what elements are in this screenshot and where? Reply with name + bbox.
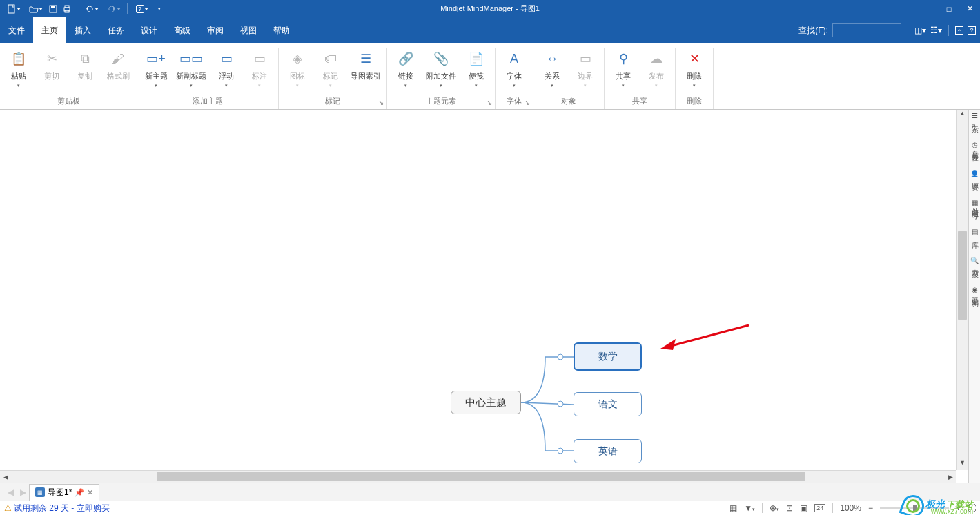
close-button[interactable]: ✕: [959, 0, 980, 17]
zoom-in-map-icon[interactable]: ⊡: [786, 503, 793, 513]
center-topic[interactable]: 中心主题: [451, 391, 521, 414]
dialog-launcher-icon[interactable]: ↘: [378, 99, 384, 106]
menu-advanced[interactable]: 高级: [166, 17, 199, 43]
collapse-ribbon-icon[interactable]: ^: [955, 26, 963, 35]
group-label: 标记: [325, 94, 340, 109]
maximize-button[interactable]: □: [939, 0, 959, 17]
redo-icon[interactable]: ▾: [103, 3, 124, 15]
trial-link[interactable]: 试用剩余 29 天 - 立即购买: [14, 503, 110, 514]
zoom-in-icon[interactable]: +: [956, 503, 961, 513]
menu-view[interactable]: 视图: [232, 17, 265, 43]
fit-map-icon[interactable]: 24: [814, 504, 825, 512]
group-label: 字体: [507, 94, 522, 109]
format-painter-icon: 🖌: [108, 49, 128, 68]
chevron-down-icon: ▾: [622, 83, 625, 88]
menu-design[interactable]: 设计: [133, 17, 166, 43]
chevron-down-icon: ▾: [655, 83, 658, 88]
zoom-percent[interactable]: 100%: [840, 503, 861, 513]
subtopic-math[interactable]: 数学: [574, 342, 642, 371]
subtopic-english[interactable]: 英语: [574, 439, 642, 463]
svg-point-8: [558, 448, 563, 454]
scroll-thumb[interactable]: [958, 231, 967, 320]
help-dropdown-icon[interactable]: ?▾: [131, 3, 152, 15]
subtopic-chinese[interactable]: 语文: [574, 392, 642, 416]
mindmap-canvas[interactable]: 中心主题 数学 语文 英语: [0, 110, 956, 470]
customize-qat-icon[interactable]: ▾: [153, 3, 166, 15]
paste-button[interactable]: 📋粘贴▾: [6, 48, 32, 88]
print-icon[interactable]: [61, 3, 73, 15]
save-icon[interactable]: [47, 3, 59, 15]
scroll-thumb[interactable]: [157, 472, 805, 481]
link-button[interactable]: 🔗链接▾: [393, 48, 419, 88]
view-mode-icon[interactable]: ▦: [729, 503, 737, 513]
notes-button[interactable]: 📄便笺▾: [463, 48, 489, 88]
floating-button[interactable]: ▭浮动▾: [213, 48, 239, 88]
separator: [948, 25, 949, 36]
menu-task[interactable]: 任务: [99, 17, 133, 43]
focus-icon[interactable]: ⊕▾: [770, 503, 779, 513]
sidepanel-task-info[interactable]: ◷任务信息: [969, 141, 980, 170]
dialog-launcher-icon[interactable]: ↘: [487, 99, 492, 106]
boundary-button: ▭边界▾: [572, 48, 598, 88]
center-map-icon[interactable]: ▣: [800, 503, 807, 513]
find-input[interactable]: [832, 23, 901, 37]
zoom-slider-thumb[interactable]: [913, 505, 917, 512]
font-button[interactable]: A字体▾: [501, 48, 527, 88]
horizontal-scrollbar[interactable]: ◀ ▶: [0, 470, 956, 483]
scroll-left-icon[interactable]: ◀: [0, 471, 11, 483]
fullscreen-icon[interactable]: ⛶: [968, 503, 976, 513]
new-topic-button[interactable]: ▭+新主题▾: [143, 48, 169, 88]
menu-insert[interactable]: 插入: [66, 17, 99, 43]
undo-icon[interactable]: ▾: [81, 3, 101, 15]
delete-button[interactable]: ✕删除▾: [681, 48, 707, 88]
ribbon-group-添加主题: ▭+新主题▾▭▭新副标题▾▭浮动▾▭标注▾添加主题: [137, 48, 279, 109]
publish-icon: ☁: [647, 49, 666, 68]
sidepanel-map-parts[interactable]: ▦导图组件: [969, 199, 980, 228]
help-icon[interactable]: ?: [968, 26, 976, 35]
filter-icon[interactable]: ▼▾: [744, 503, 755, 513]
attach-button[interactable]: 📎附加文件▾: [426, 48, 456, 88]
sidepanel-index[interactable]: ☰索引: [969, 112, 980, 141]
zoom-out-icon[interactable]: −: [868, 503, 873, 513]
chevron-down-icon: ▾: [190, 83, 193, 88]
scroll-up-icon[interactable]: ▲: [957, 110, 968, 121]
map-index-button[interactable]: ☰导图索引: [351, 48, 381, 81]
open-file-icon[interactable]: ▾: [25, 3, 46, 15]
document-tab-label: 导图1*: [48, 487, 72, 498]
vertical-scrollbar[interactable]: ▲ ▼: [956, 110, 968, 470]
sidepanel-search[interactable]: 🔍搜索: [969, 257, 980, 286]
document-tab[interactable]: ▦ 导图1* 📌 ✕: [29, 484, 99, 501]
minimize-button[interactable]: –: [918, 0, 939, 17]
zoom-slider[interactable]: [880, 507, 949, 509]
new-file-icon[interactable]: ▾: [3, 3, 23, 15]
layout-toggle-icon[interactable]: ◫▾: [914, 26, 926, 35]
relationship-label: 关系: [545, 71, 560, 81]
svg-point-6: [558, 354, 563, 360]
sidepanel-browser[interactable]: ◉浏览器: [969, 286, 980, 315]
share-button[interactable]: ⚲共享▾: [610, 48, 636, 88]
menu-help[interactable]: 帮助: [265, 17, 298, 43]
relationship-button[interactable]: ↔关系▾: [539, 48, 565, 88]
attach-icon: 📎: [431, 49, 451, 68]
share-icon: ⚲: [614, 49, 633, 68]
callout-icon: ▭: [250, 49, 269, 68]
tags-label: 标记: [323, 71, 338, 81]
menu-review[interactable]: 审阅: [199, 17, 232, 43]
sidepanel-resources[interactable]: 👤资源: [969, 170, 980, 199]
new-subtopic-button[interactable]: ▭▭新副标题▾: [176, 48, 206, 88]
scroll-down-icon[interactable]: ▼: [957, 459, 968, 470]
menu-home[interactable]: 主页: [33, 17, 66, 43]
scroll-right-icon[interactable]: ▶: [945, 471, 956, 483]
tab-next-icon[interactable]: ▶: [17, 487, 29, 497]
tab-prev-icon[interactable]: ◀: [4, 487, 17, 497]
tab-close-icon[interactable]: ✕: [87, 488, 93, 497]
topic-style-icon[interactable]: ☷▾: [930, 26, 942, 35]
chevron-down-icon: ▾: [258, 83, 261, 88]
sidepanel-library[interactable]: ▤库: [969, 228, 980, 257]
dialog-launcher-icon[interactable]: ↘: [525, 99, 530, 106]
share-label: 共享: [616, 71, 631, 81]
pin-icon[interactable]: 📌: [75, 488, 84, 497]
app-title: Mindjet MindManager - 导图1: [440, 3, 540, 14]
menu-file[interactable]: 文件: [0, 17, 33, 43]
chevron-down-icon: ▾: [513, 83, 516, 88]
